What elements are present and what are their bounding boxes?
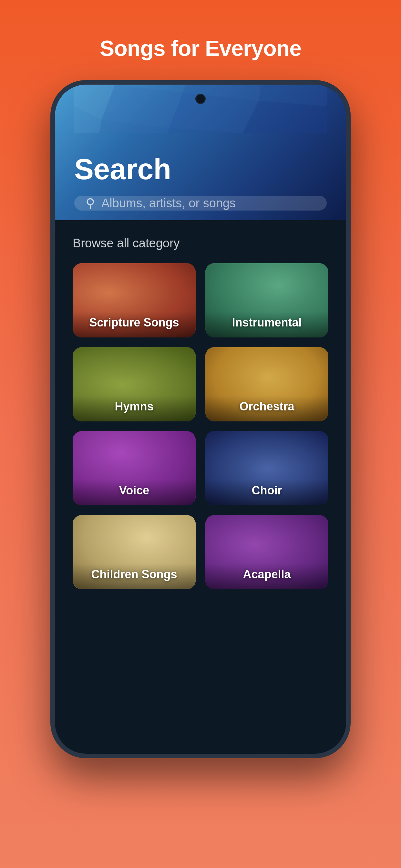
category-label-children-songs: Children Songs <box>91 568 177 581</box>
category-label-voice: Voice <box>119 484 149 497</box>
category-card-acapella[interactable]: Acapella <box>205 515 328 589</box>
search-placeholder-text: Albums, artists, or songs <box>101 196 236 210</box>
category-label-scripture-songs: Scripture Songs <box>89 316 179 330</box>
category-card-orchestra[interactable]: Orchestra <box>205 347 328 422</box>
category-label-acapella: Acapella <box>243 568 290 581</box>
camera-notch <box>195 94 206 104</box>
search-icon: ⚲ <box>86 196 95 211</box>
screen-header: ← Search ⚲ Albums, artists, or songs <box>55 85 346 220</box>
phone-frame: ← Search ⚲ Albums, artists, or songs Bro… <box>50 80 351 758</box>
page-title: Songs for Everyone <box>100 35 301 61</box>
category-label-hymns: Hymns <box>115 400 153 413</box>
category-card-voice[interactable]: Voice <box>73 431 196 505</box>
categories-grid: Scripture Songs Instrumental Hymns Orche… <box>73 263 328 589</box>
category-label-instrumental: Instrumental <box>232 316 302 330</box>
category-card-choir[interactable]: Choir <box>205 431 328 505</box>
phone-screen: ← Search ⚲ Albums, artists, or songs Bro… <box>55 85 346 754</box>
category-label-choir: Choir <box>252 484 282 497</box>
category-card-scripture-songs[interactable]: Scripture Songs <box>73 263 196 337</box>
search-bar[interactable]: ⚲ Albums, artists, or songs <box>74 196 327 211</box>
category-card-children-songs[interactable]: Children Songs <box>73 515 196 589</box>
browse-label: Browse all category <box>73 237 328 250</box>
screen-body: Browse all category Scripture Songs Inst… <box>55 220 346 606</box>
category-card-instrumental[interactable]: Instrumental <box>205 263 328 337</box>
search-heading: Search <box>74 153 327 186</box>
category-label-orchestra: Orchestra <box>239 400 294 413</box>
category-card-hymns[interactable]: Hymns <box>73 347 196 422</box>
header-bg-svg <box>74 85 327 133</box>
